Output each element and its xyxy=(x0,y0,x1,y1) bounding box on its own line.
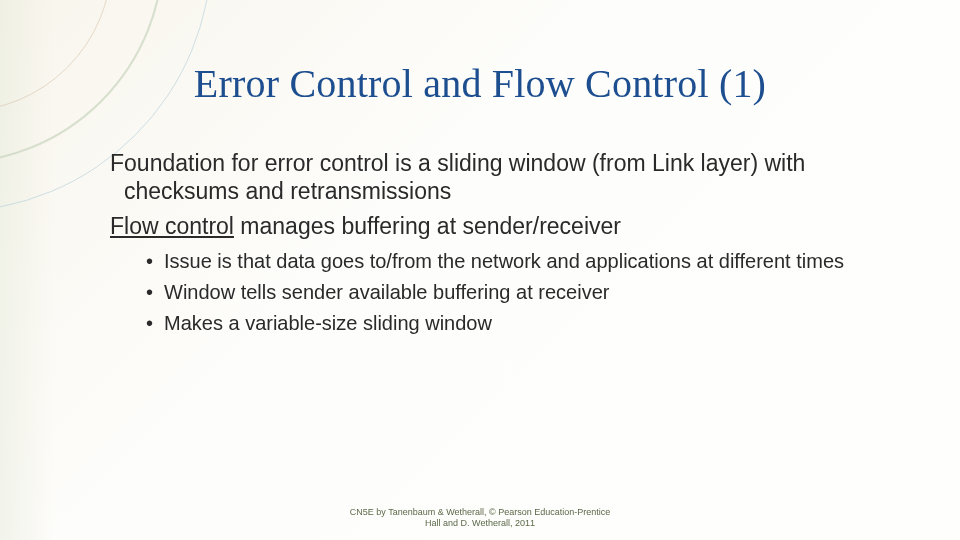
footer-credit: CN5E by Tanenbaum & Wetherall, © Pearson… xyxy=(0,507,960,528)
bullet-list: Issue is that data goes to/from the netw… xyxy=(146,249,900,336)
underlined-term: Flow control xyxy=(110,213,234,239)
body-text: manages buffering at sender/receiver xyxy=(234,213,621,239)
body-paragraph: Flow control manages buffering at sender… xyxy=(110,213,900,241)
list-item: Window tells sender available buffering … xyxy=(146,280,900,305)
slide: Error Control and Flow Control (1) Found… xyxy=(0,0,960,540)
slide-title: Error Control and Flow Control (1) xyxy=(0,60,960,107)
footer-line: Hall and D. Wetherall, 2011 xyxy=(425,518,535,528)
slide-body: Foundation for error control is a slidin… xyxy=(110,150,900,342)
list-item: Issue is that data goes to/from the netw… xyxy=(146,249,900,274)
body-paragraph: Foundation for error control is a slidin… xyxy=(110,150,900,205)
footer-line: CN5E by Tanenbaum & Wetherall, © Pearson… xyxy=(350,507,610,517)
list-item: Makes a variable-size sliding window xyxy=(146,311,900,336)
